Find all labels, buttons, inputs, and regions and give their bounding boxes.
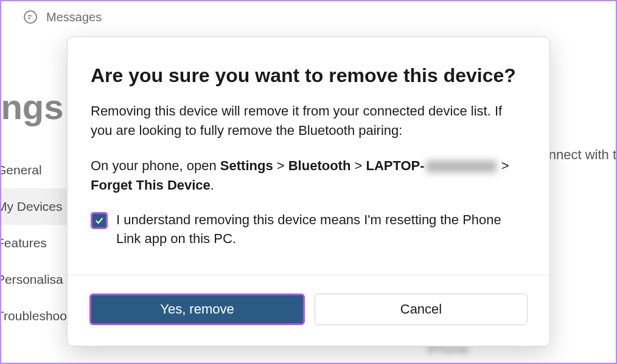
confirm-checkbox-row[interactable]: I understand removing this device means … xyxy=(91,211,526,249)
dialog-instructions: On your phone, open Settings > Bluetooth… xyxy=(91,156,526,195)
sidebar-item-general[interactable]: General xyxy=(0,152,73,188)
device-name-redacted xyxy=(426,160,497,173)
content-bg-text: nnect with t xyxy=(549,147,616,163)
check-icon xyxy=(94,216,104,225)
confirm-checkbox[interactable] xyxy=(91,212,108,229)
dialog-description: Removing this device will remove it from… xyxy=(91,101,526,140)
instr-bluetooth: Bluetooth xyxy=(288,158,351,173)
sidebar: General My Devices Features Personalisa … xyxy=(1,152,73,334)
dialog-footer: Yes, remove Cancel xyxy=(68,275,549,346)
instr-laptop-prefix: LAPTOP- xyxy=(366,158,424,173)
instr-prefix: On your phone, open xyxy=(91,158,220,173)
dialog-title: Are you sure you want to remove this dev… xyxy=(91,64,526,87)
instr-settings: Settings xyxy=(220,158,273,173)
cancel-button[interactable]: Cancel xyxy=(315,294,528,325)
dialog-body: Are you sure you want to remove this dev… xyxy=(68,37,549,275)
sidebar-item-features[interactable]: Features xyxy=(0,225,73,261)
header-label[interactable]: Messages xyxy=(46,10,102,24)
page-title: tings xyxy=(0,86,64,127)
instr-forget: Forget This Device xyxy=(91,177,211,193)
sidebar-item-my-devices[interactable]: My Devices xyxy=(0,188,73,225)
remove-device-dialog: Are you sure you want to remove this dev… xyxy=(67,36,550,346)
sidebar-item-personalisation[interactable]: Personalisa xyxy=(0,261,73,298)
header-bar: Messages xyxy=(1,1,616,33)
confirm-checkbox-label: I understand removing this device means … xyxy=(116,211,526,249)
sidebar-item-troubleshooting[interactable]: Troubleshoo xyxy=(0,298,73,334)
dialog-overlay: Are you sure you want to remove this dev… xyxy=(1,1,616,363)
yes-remove-button[interactable]: Yes, remove xyxy=(89,294,305,325)
svg-point-0 xyxy=(24,11,37,23)
messages-icon xyxy=(23,10,38,24)
